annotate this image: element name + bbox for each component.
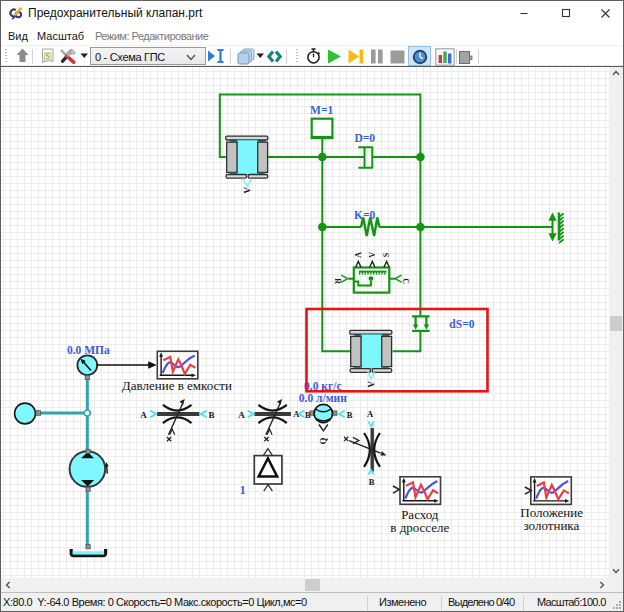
svg-text:B: B [347,410,353,420]
svg-text:0.0 кг/с: 0.0 кг/с [304,380,341,392]
svg-text:dS=0: dS=0 [449,318,474,330]
svg-text:A: A [238,410,245,420]
svg-text:B: B [208,410,214,420]
svg-text:A: A [354,252,363,258]
svg-text:в дросселе: в дросселе [390,520,449,535]
svg-text:B: B [369,477,375,487]
svg-text:A: A [367,409,374,419]
svg-text:B: B [305,410,311,420]
svg-text:C: C [401,278,410,284]
svg-text:Q: Q [318,437,328,444]
svg-text:A: A [140,410,147,420]
svg-text:S: S [382,252,391,257]
svg-text:K=0: K=0 [354,209,375,221]
svg-text:1: 1 [239,483,245,497]
svg-text:D=0: D=0 [354,132,375,144]
svg-text:M=1: M=1 [310,104,333,116]
svg-text:A: A [366,381,376,388]
svg-text:0.0 л/мин: 0.0 л/мин [299,392,347,404]
svg-text:0.0 МПа: 0.0 МПа [67,344,110,356]
svg-text:Давление в емкости: Давление в емкости [122,378,232,393]
svg-text:V: V [368,252,377,258]
svg-text:A: A [242,187,252,194]
svg-text:S: S [46,52,50,61]
svg-text:золотника: золотника [524,518,580,533]
svg-text:R: R [333,278,342,284]
